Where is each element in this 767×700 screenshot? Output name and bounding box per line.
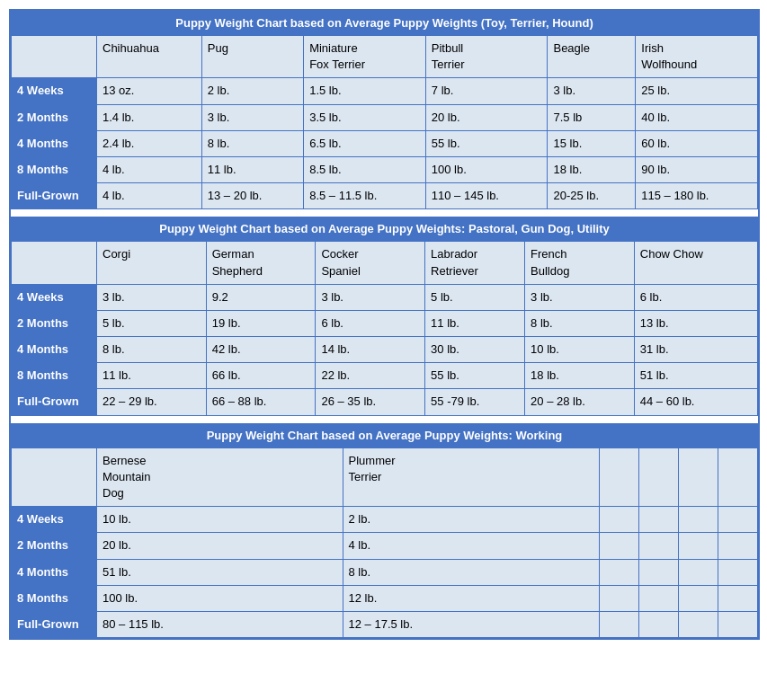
row-label-0-1: 2 Months bbox=[12, 104, 97, 130]
cell-0-0-1: 2 lb. bbox=[201, 78, 303, 104]
table-0: ChihuahuaPugMiniatureFox TerrierPitbullT… bbox=[11, 35, 758, 209]
cell-1-1-5: 13 lb. bbox=[634, 310, 757, 336]
cell-0-1-2: 3.5 lb. bbox=[304, 104, 426, 130]
cell-0-3-1: 11 lb. bbox=[201, 156, 303, 182]
cell-0-1-4: 7.5 lb bbox=[548, 104, 636, 130]
section-title-1: Puppy Weight Chart based on Average Pupp… bbox=[11, 217, 758, 241]
col-header-2-1: PlummerTerrier bbox=[343, 447, 600, 507]
col-header-1-2: CockerSpaniel bbox=[316, 242, 425, 284]
cell-0-4-0: 4 lb. bbox=[97, 183, 202, 209]
row-label-0-3: 8 Months bbox=[12, 156, 97, 182]
cell-0-2-0: 2.4 lb. bbox=[97, 130, 202, 156]
table-row: Full-Grown4 lb.13 – 20 lb.8.5 – 11.5 lb.… bbox=[12, 183, 758, 209]
section-title-0: Puppy Weight Chart based on Average Pupp… bbox=[11, 11, 758, 35]
cell-0-2-1: 8 lb. bbox=[201, 130, 303, 156]
cell-1-0-5: 6 lb. bbox=[634, 284, 757, 310]
table-row: 4 Weeks13 oz.2 lb.1.5 lb.7 lb.3 lb.25 lb… bbox=[12, 78, 758, 104]
cell-1-3-5: 51 lb. bbox=[634, 363, 757, 389]
row-label-2-1: 2 Months bbox=[12, 533, 97, 559]
table-row: 8 Months4 lb.11 lb.8.5 lb.100 lb.18 lb.9… bbox=[12, 156, 758, 182]
cell-1-4-1: 66 – 88 lb. bbox=[206, 389, 316, 415]
corner-cell bbox=[12, 447, 97, 507]
cell-1-3-2: 22 lb. bbox=[316, 363, 425, 389]
col-header-2-2 bbox=[600, 447, 639, 507]
col-header-2-0: BerneseMountainDog bbox=[97, 447, 343, 507]
cell-2-4-5 bbox=[718, 611, 758, 637]
cell-2-0-4 bbox=[679, 507, 718, 533]
corner-cell bbox=[12, 36, 97, 78]
col-header-2-3 bbox=[639, 447, 679, 507]
col-header-2-4 bbox=[679, 447, 718, 507]
cell-0-2-2: 6.5 lb. bbox=[304, 130, 426, 156]
cell-1-4-2: 26 – 35 lb. bbox=[316, 389, 425, 415]
cell-1-4-3: 55 -79 lb. bbox=[425, 389, 525, 415]
cell-0-3-5: 90 lb. bbox=[636, 156, 758, 182]
table-row: 4 Months8 lb.42 lb.14 lb.30 lb.10 lb.31 … bbox=[12, 337, 758, 363]
row-label-1-4: Full-Grown bbox=[12, 389, 97, 415]
table-row: 8 Months100 lb.12 lb. bbox=[12, 585, 758, 611]
cell-0-3-3: 100 lb. bbox=[425, 156, 548, 182]
cell-1-0-4: 3 lb. bbox=[525, 284, 635, 310]
cell-1-2-1: 42 lb. bbox=[206, 337, 316, 363]
cell-2-4-3 bbox=[639, 611, 679, 637]
cell-2-0-1: 2 lb. bbox=[343, 507, 600, 533]
col-header-0-3: PitbullTerrier bbox=[425, 36, 548, 78]
cell-0-3-4: 18 lb. bbox=[548, 156, 636, 182]
cell-2-0-5 bbox=[718, 507, 758, 533]
col-header-1-5: Chow Chow bbox=[634, 242, 757, 284]
col-header-2-5 bbox=[718, 447, 758, 507]
cell-0-0-5: 25 lb. bbox=[636, 78, 758, 104]
table-row: 4 Months2.4 lb.8 lb.6.5 lb.55 lb.15 lb.6… bbox=[12, 130, 758, 156]
table-row: 4 Weeks10 lb.2 lb. bbox=[12, 507, 758, 533]
cell-1-4-5: 44 – 60 lb. bbox=[634, 389, 757, 415]
cell-0-1-5: 40 lb. bbox=[636, 104, 758, 130]
cell-1-2-3: 30 lb. bbox=[425, 337, 525, 363]
row-label-1-2: 4 Months bbox=[12, 337, 97, 363]
cell-1-1-2: 6 lb. bbox=[316, 310, 425, 336]
col-header-1-4: FrenchBulldog bbox=[525, 242, 635, 284]
cell-0-0-3: 7 lb. bbox=[425, 78, 548, 104]
cell-0-1-3: 20 lb. bbox=[425, 104, 548, 130]
cell-2-4-1: 12 – 17.5 lb. bbox=[343, 611, 600, 637]
table-row: 4 Weeks3 lb.9.23 lb.5 lb.3 lb.6 lb. bbox=[12, 284, 758, 310]
cell-1-1-4: 8 lb. bbox=[525, 310, 635, 336]
cell-0-4-5: 115 – 180 lb. bbox=[636, 183, 758, 209]
cell-0-4-3: 110 – 145 lb. bbox=[425, 183, 548, 209]
cell-2-2-1: 8 lb. bbox=[343, 559, 600, 585]
cell-2-3-4 bbox=[679, 585, 718, 611]
cell-1-0-1: 9.2 bbox=[206, 284, 316, 310]
row-label-2-4: Full-Grown bbox=[12, 611, 97, 637]
cell-0-3-2: 8.5 lb. bbox=[304, 156, 426, 182]
col-header-1-3: LabradorRetriever bbox=[425, 242, 525, 284]
cell-2-1-0: 20 lb. bbox=[97, 533, 343, 559]
cell-0-4-2: 8.5 – 11.5 lb. bbox=[304, 183, 426, 209]
cell-0-2-5: 60 lb. bbox=[636, 130, 758, 156]
cell-2-3-5 bbox=[718, 585, 758, 611]
cell-2-2-4 bbox=[679, 559, 718, 585]
cell-2-3-0: 100 lb. bbox=[97, 585, 343, 611]
cell-0-3-0: 4 lb. bbox=[97, 156, 202, 182]
section-spacer bbox=[11, 209, 758, 217]
cell-1-1-0: 5 lb. bbox=[97, 310, 207, 336]
row-label-2-2: 4 Months bbox=[12, 559, 97, 585]
cell-1-1-1: 19 lb. bbox=[206, 310, 316, 336]
col-header-0-2: MiniatureFox Terrier bbox=[304, 36, 426, 78]
cell-2-3-2 bbox=[600, 585, 639, 611]
cell-1-4-0: 22 – 29 lb. bbox=[97, 389, 207, 415]
cell-0-4-4: 20-25 lb. bbox=[548, 183, 636, 209]
cell-1-0-0: 3 lb. bbox=[97, 284, 207, 310]
cell-2-4-0: 80 – 115 lb. bbox=[97, 611, 343, 637]
cell-2-2-0: 51 lb. bbox=[97, 559, 343, 585]
row-label-1-3: 8 Months bbox=[12, 363, 97, 389]
table-2: BerneseMountainDogPlummerTerrier4 Weeks1… bbox=[11, 447, 758, 639]
cell-1-2-2: 14 lb. bbox=[316, 337, 425, 363]
cell-1-0-2: 3 lb. bbox=[316, 284, 425, 310]
section-title-2: Puppy Weight Chart based on Average Pupp… bbox=[11, 423, 758, 447]
row-label-0-0: 4 Weeks bbox=[12, 78, 97, 104]
section-spacer bbox=[11, 416, 758, 423]
cell-0-2-4: 15 lb. bbox=[548, 130, 636, 156]
cell-2-0-2 bbox=[600, 507, 639, 533]
table-row: Full-Grown22 – 29 lb.66 – 88 lb.26 – 35 … bbox=[12, 389, 758, 415]
cell-2-0-0: 10 lb. bbox=[97, 507, 343, 533]
col-header-1-0: Corgi bbox=[97, 242, 207, 284]
